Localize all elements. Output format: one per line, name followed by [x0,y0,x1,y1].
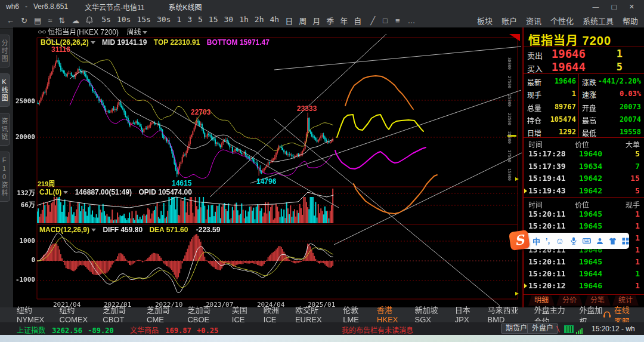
quote-table-icon[interactable]: ▤ [34,16,41,25]
taskbar-edge [0,335,644,342]
boll-mid-value: 19141.19 [117,38,147,47]
tick-time: 15:20:11 [528,221,566,230]
menu-帮助[interactable]: 帮助 [623,15,638,26]
tick-qty: 1 [635,257,640,266]
kline-chart-canvas[interactable] [13,27,523,307]
tick-price: 19645 [569,257,602,266]
period-button-10s[interactable]: 10s [117,15,131,26]
menu-资讯[interactable]: 资讯 [526,15,541,26]
alarm-bell-icon[interactable] [86,16,93,26]
tick-row[interactable]: 15:20:11196451 [524,220,644,232]
account-icon[interactable] [596,238,603,245]
bulletin-notice[interactable]: 我的布告栏有未读消息 [342,325,413,335]
tick-row[interactable]: 15:20:11196441 [524,268,644,280]
period-button-季[interactable]: 季 [326,15,334,26]
big-order-row[interactable]: 15:17:28196405 [524,148,644,160]
price-label-14615: 14615 [172,180,191,187]
sidebar-tab-F10资料[interactable]: F10资料 [0,152,10,202]
voice-icon[interactable] [570,237,577,245]
menu-板块[interactable]: 板块 [477,15,493,26]
big-order-row[interactable]: 15:19:43196425 [524,185,644,197]
period-button-4h[interactable]: 4h [270,15,279,26]
wh-change: +0.25 [197,326,218,335]
foreign-account-button[interactable]: 外盘户 [527,323,558,334]
trend-line-icon[interactable]: ≈ [48,16,52,25]
period-button-15[interactable]: 15 [209,15,218,26]
big-order-row[interactable]: 15:19:411964215 [524,172,644,184]
tick-row[interactable]: 15:20:11196451 [524,208,644,220]
sogou-logo-icon[interactable]: S [509,230,530,251]
more-icon[interactable]: … [408,16,416,25]
tick-time: 15:20:12 [528,281,566,290]
stat-label: 日增 [527,128,541,138]
chevron-down-icon[interactable] [143,31,147,34]
sidebar-tab-资讯链[interactable]: 资讯链 [0,113,10,146]
ask-price: 19646 [540,47,586,60]
chart-symbol[interactable]: 恒指当月(HKEX 7200) [48,28,119,36]
punctuation-icon[interactable]: ’, [546,236,550,245]
period-button-30[interactable]: 30 [224,15,234,26]
stat-value: 20074 [620,115,641,124]
period-button-15s[interactable]: 15s [137,15,150,26]
macd-name[interactable]: MACD(12,26,9) [39,226,89,234]
skin-icon[interactable] [609,238,617,245]
stat-value: 19646 [555,77,576,85]
stat-value: 89767 [555,103,576,111]
separator-slash-icon: \ [556,325,560,333]
refresh-icon[interactable]: ↻ [21,16,27,25]
stat-label: 开盘 [582,103,596,113]
period-button-1h[interactable]: 1h [239,15,249,26]
ime-toolbar[interactable]: 中’,☺ S [510,231,630,250]
compose-icon[interactable]: ≡ [395,16,400,25]
stat-row-left: 总量89767 [527,101,576,113]
period-button-月[interactable]: 月 [312,15,320,26]
sidebar-tab-K线图[interactable]: K线图 [0,73,10,107]
transfer-icon[interactable]: ⇅ [58,16,65,25]
tick-row[interactable]: 15:20:11196451 [524,256,644,268]
back-icon[interactable]: ← [7,16,14,25]
macd-indicator-header[interactable]: MACD(12,26,9) DIFF 459.80 DEA 571.60 -22… [39,226,220,233]
diagonal-line-tool-icon[interactable]: ╱ [370,16,375,25]
toolbox-icon[interactable] [622,238,629,245]
period-button-日[interactable]: 日 [285,15,293,26]
sidebar-tab-分时图[interactable]: 分时图 [0,35,10,67]
menu-个性化[interactable]: 个性化 [550,15,574,26]
keyboard-icon[interactable] [583,238,591,244]
period-button-自[interactable]: 自 [354,15,361,26]
chart-period-selector[interactable]: 周线 [126,28,141,36]
big-order-row[interactable]: 15:17:39196347 [524,161,644,172]
minimize-button[interactable]: — [592,3,599,11]
period-button-1[interactable]: 1 [177,15,181,26]
period-button-周[interactable]: 周 [299,15,306,26]
period-button-30s[interactable]: 30s [157,15,171,26]
period-button-年[interactable]: 年 [340,15,348,26]
period-button-2h[interactable]: 2h [255,15,264,26]
period-button-5s[interactable]: 5s [101,15,111,26]
cjl-name[interactable]: CJL(0) [39,188,61,196]
period-button-5[interactable]: 5 [198,15,203,26]
bid-row[interactable]: 买入 19644 5 [524,60,644,73]
maximize-button[interactable]: ▢ [611,3,617,11]
menu-系统工具[interactable]: 系统工具 [583,15,614,26]
close-button[interactable]: ✕ [629,3,634,11]
cloud-icon[interactable]: ☁ [72,16,79,25]
rectangle-tool-icon[interactable]: □ [383,16,388,25]
tick-row[interactable]: 15:20:12196461 [524,280,644,292]
emoji-icon[interactable]: ☺ [555,236,564,246]
chevron-down-icon[interactable] [91,229,96,232]
boll-indicator-header[interactable]: BOLL(26,26,2) MID 19141.19 TOP 22310.91 … [41,39,270,46]
chinese-english-toggle[interactable]: 中 [532,235,540,247]
tick-time: 15:19:43 [528,186,566,195]
stat-row-left: 最新19646 [527,75,576,88]
cjl-indicator-header[interactable]: CJL(0) 146887.00(51:49) OPID 105474.00 [39,189,192,196]
chevron-down-icon[interactable] [91,41,95,44]
quote-symbol-title: 恒指当月 7200 [528,31,611,48]
gutter-price-label: 25000 [507,94,512,107]
wenhua-commodity-index: 文华商品 169.87 +0.25 [130,325,218,335]
menu-账户[interactable]: 账户 [501,15,517,26]
period-button-3[interactable]: 3 [187,15,192,26]
chevron-down-icon[interactable] [63,191,68,194]
stat-value: 1292 [559,128,576,136]
ask-row[interactable]: 卖出 19646 1 [524,47,644,60]
ime-bar[interactable]: 中’,☺ [518,233,629,249]
